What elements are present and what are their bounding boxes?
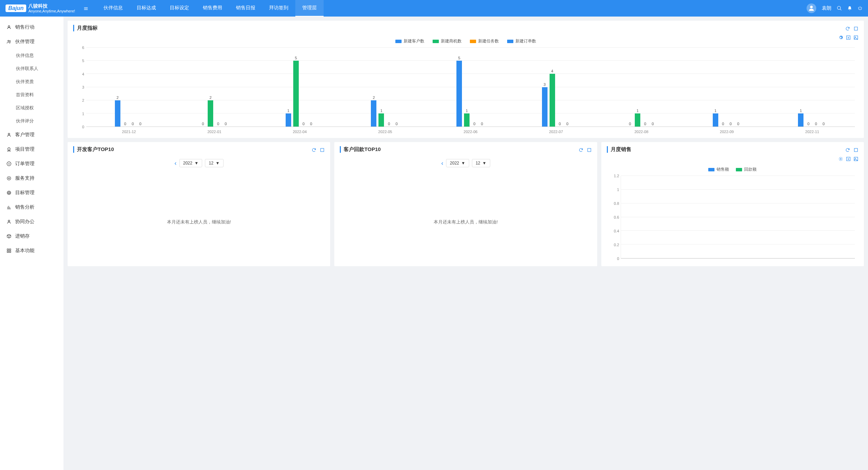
export-image-icon[interactable]	[854, 34, 858, 40]
expand-icon[interactable]	[854, 25, 858, 31]
legend-item[interactable]: 新建任务数	[470, 38, 499, 44]
topnav-item[interactable]: 目标设定	[163, 0, 196, 17]
refresh-icon[interactable]	[579, 147, 583, 152]
expand-icon[interactable]	[320, 147, 325, 152]
bar[interactable]: 0	[479, 48, 485, 127]
bar-group: 0200	[172, 48, 257, 127]
bar[interactable]: 0	[720, 48, 726, 127]
year-select[interactable]: 2022 ▼	[446, 159, 469, 167]
bar[interactable]: 0	[728, 48, 733, 127]
bar[interactable]: 2	[371, 48, 376, 127]
bar[interactable]: 0	[736, 48, 741, 127]
avatar[interactable]	[807, 3, 816, 13]
bar[interactable]: 0	[308, 48, 314, 127]
sidebar-sub-item[interactable]: 区域授权	[0, 101, 63, 114]
sidebar-group[interactable]: 目标管理	[0, 186, 63, 200]
sidebar-label: 目标管理	[15, 190, 34, 196]
bar[interactable]: 4	[550, 48, 555, 127]
prev-month-icon[interactable]: ‹	[175, 160, 177, 167]
sidebar-group[interactable]: 基本功能	[0, 243, 63, 258]
expand-icon[interactable]	[587, 147, 592, 152]
bar[interactable]: 5	[293, 48, 299, 127]
sidebar-group[interactable]: 伙伴管理	[0, 34, 63, 49]
bar[interactable]: 1	[286, 48, 291, 127]
main-content: 月度指标 X 新建客户数新建商机数新建任务数新建订单数 0123456 2000…	[63, 17, 868, 470]
bar[interactable]: 0	[650, 48, 655, 127]
sidebar-group[interactable]: 销售行动	[0, 20, 63, 34]
sidebar-group[interactable]: 项目管理	[0, 142, 63, 157]
legend-item[interactable]: 新建订单数	[507, 38, 536, 44]
bar[interactable]: 3	[542, 48, 548, 127]
export-excel-icon[interactable]: X	[846, 156, 851, 161]
legend-item[interactable]: 新建商机数	[433, 38, 462, 44]
bar[interactable]: 0	[472, 48, 477, 127]
refresh-icon[interactable]	[845, 147, 850, 152]
bar[interactable]: 0	[386, 48, 392, 127]
bar[interactable]: 2	[208, 48, 213, 127]
topnav-item[interactable]: 拜访签到	[262, 0, 295, 17]
refresh-icon[interactable]	[845, 25, 850, 31]
bar[interactable]: 1	[798, 48, 803, 127]
bar[interactable]: 0	[122, 48, 128, 127]
menu-toggle-icon[interactable]	[83, 5, 88, 11]
bar[interactable]: 0	[565, 48, 570, 127]
settings-icon[interactable]	[838, 34, 843, 40]
bar[interactable]: 0	[130, 48, 136, 127]
sidebar-group[interactable]: 销售分析	[0, 200, 63, 214]
export-excel-icon[interactable]: X	[846, 34, 851, 40]
bar[interactable]: 0	[301, 48, 306, 127]
bar[interactable]: 1	[378, 48, 384, 127]
svg-rect-14	[9, 249, 11, 250]
bell-icon[interactable]	[847, 6, 852, 11]
legend-item[interactable]: 新建客户数	[395, 38, 424, 44]
bar[interactable]: 0	[223, 48, 228, 127]
topnav-item[interactable]: 管理层	[295, 0, 324, 17]
legend-item[interactable]: 销售额	[708, 167, 729, 172]
sidebar-sub-item[interactable]: 首营资料	[0, 88, 63, 101]
bar[interactable]: 0	[821, 48, 826, 127]
bar[interactable]: 5	[456, 48, 462, 127]
bar[interactable]: 0	[642, 48, 648, 127]
sidebar-sub-item[interactable]: 伙伴资质	[0, 75, 63, 88]
sidebar-group[interactable]: 服务支持	[0, 171, 63, 186]
topnav-item[interactable]: 销售费用	[196, 0, 229, 17]
bar[interactable]: 1	[713, 48, 718, 127]
svg-rect-13	[7, 249, 9, 250]
sidebar-sub-item[interactable]: 伙伴评分	[0, 114, 63, 128]
empty-message: 本月还未有上榜人员，继续加油!	[73, 219, 325, 225]
sidebar-sub-item[interactable]: 伙伴信息	[0, 49, 63, 62]
sidebar-group[interactable]: 进销存	[0, 229, 63, 243]
topnav-item[interactable]: 目标达成	[130, 0, 163, 17]
bar[interactable]: 1	[635, 48, 640, 127]
bar[interactable]: 0	[806, 48, 811, 127]
bar[interactable]: 0	[200, 48, 206, 127]
user-name[interactable]: 袁朗	[822, 5, 831, 11]
svg-text:¥: ¥	[8, 162, 10, 166]
bar[interactable]: 2	[115, 48, 120, 127]
search-icon[interactable]	[837, 6, 842, 11]
refresh-icon[interactable]	[312, 147, 316, 152]
power-icon[interactable]	[858, 6, 862, 11]
bar[interactable]: 0	[394, 48, 399, 127]
month-select[interactable]: 12 ▼	[472, 159, 490, 167]
settings-icon[interactable]	[838, 156, 843, 161]
bar[interactable]: 0	[215, 48, 221, 127]
bar[interactable]: 0	[627, 48, 633, 127]
bar[interactable]: 0	[557, 48, 563, 127]
topnav-item[interactable]: 伙伴信息	[97, 0, 130, 17]
bar[interactable]: 1	[464, 48, 470, 127]
year-select[interactable]: 2022 ▼	[179, 159, 203, 167]
prev-month-icon[interactable]: ‹	[441, 160, 443, 167]
export-image-icon[interactable]	[854, 156, 858, 161]
topnav-item[interactable]: 销售日报	[229, 0, 262, 17]
sidebar-group[interactable]: 客户管理	[0, 128, 63, 142]
bar[interactable]: 0	[138, 48, 143, 127]
bar[interactable]: 0	[813, 48, 819, 127]
sidebar-group[interactable]: 协同办公	[0, 214, 63, 229]
sidebar-group[interactable]: ¥订单管理	[0, 157, 63, 171]
expand-icon[interactable]	[854, 147, 858, 152]
svg-text:X: X	[848, 158, 849, 160]
legend-item[interactable]: 回款额	[736, 167, 757, 172]
month-select[interactable]: 12 ▼	[205, 159, 223, 167]
sidebar-sub-item[interactable]: 伙伴联系人	[0, 62, 63, 75]
